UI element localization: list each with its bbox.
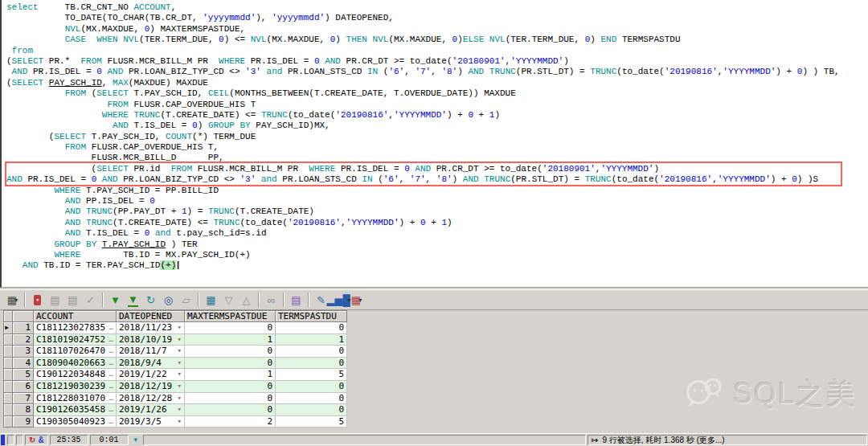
ellipsis-icon[interactable]: … bbox=[109, 381, 113, 392]
row-number: 1 bbox=[13, 322, 34, 334]
refresh-icon[interactable]: ↻ bbox=[142, 292, 159, 308]
cell[interactable]: 0 bbox=[185, 404, 276, 416]
dropdown-icon[interactable]: ▾ bbox=[178, 358, 182, 369]
cell[interactable]: 2019/3/5▾ bbox=[117, 416, 185, 428]
ellipsis-icon[interactable]: … bbox=[109, 346, 113, 357]
ellipsis-icon[interactable]: … bbox=[109, 393, 113, 404]
dropdown-icon[interactable]: ▾ bbox=[178, 404, 182, 415]
dropdown-icon[interactable]: ▾ bbox=[178, 381, 182, 392]
cell[interactable]: C180904020663… bbox=[34, 358, 117, 370]
code-line: TO_DATE(TO_CHAR(TB.CR_DT, 'yyyymmdd'), '… bbox=[6, 13, 840, 23]
column-header[interactable]: MAXTERMSPASTDUE bbox=[185, 311, 276, 322]
fetch-last-page-icon[interactable]: ▼ bbox=[125, 292, 141, 308]
auto-refresh-icon[interactable]: ↻ bbox=[29, 436, 35, 444]
row-number: 2 bbox=[13, 334, 34, 346]
cell[interactable]: 0 bbox=[185, 358, 276, 370]
cell[interactable]: 0 bbox=[185, 322, 276, 334]
folder-icon[interactable]: ▤ bbox=[47, 292, 63, 308]
ellipsis-icon[interactable]: … bbox=[109, 322, 113, 333]
eraser-icon[interactable]: ▱ bbox=[178, 292, 194, 308]
cell[interactable]: 0 bbox=[185, 393, 276, 405]
cell[interactable]: C181019024752… bbox=[34, 334, 117, 346]
lock-icon[interactable]: ▪ bbox=[29, 292, 46, 308]
column-header[interactable]: DATEOPENED bbox=[117, 311, 185, 322]
cell[interactable]: 0 bbox=[276, 358, 347, 370]
cell[interactable]: 0 bbox=[185, 381, 276, 393]
cell[interactable]: 0 bbox=[185, 346, 276, 358]
code-line: WHERE TRUNC(T.CREATE_DATE) <= TRUNC(to_d… bbox=[6, 110, 840, 121]
ellipsis-icon[interactable]: … bbox=[109, 369, 113, 380]
ellipsis-icon[interactable]: … bbox=[109, 416, 113, 428]
dropdown-icon[interactable]: ▾ bbox=[178, 346, 182, 357]
column-header[interactable]: ACCOUNT bbox=[34, 311, 117, 322]
cell[interactable]: C181219030239… bbox=[34, 381, 117, 393]
ellipsis-icon[interactable]: … bbox=[109, 358, 113, 369]
grid-options-icon[interactable]: ▦▾ bbox=[4, 292, 21, 308]
find-icon[interactable]: ◎ bbox=[160, 292, 177, 308]
cell[interactable]: 5 bbox=[276, 369, 347, 381]
cell[interactable]: 2019/1/22▾ bbox=[117, 369, 185, 381]
link-icon[interactable]: ∞ bbox=[263, 292, 280, 308]
cell[interactable]: 2019/1/26▾ bbox=[117, 404, 185, 416]
ellipsis-icon[interactable]: … bbox=[109, 334, 113, 346]
cell[interactable]: C190126035458… bbox=[34, 404, 117, 416]
cell[interactable]: C181123027835… bbox=[34, 322, 117, 334]
folder-remove-icon[interactable]: ▤ bbox=[64, 292, 81, 308]
row-marker bbox=[4, 369, 13, 381]
cell[interactable]: 0 bbox=[276, 322, 347, 334]
table-row[interactable]: 2C181019024752…2018/10/19▾11 bbox=[4, 334, 347, 346]
fetch-next-page-icon[interactable]: ▼ bbox=[107, 292, 124, 308]
cell[interactable]: 1 bbox=[185, 334, 276, 346]
sql-code[interactable]: select TB.CR_CNT_NO ACCOUNT, TO_DATE(TO_… bbox=[6, 2, 840, 272]
cell[interactable]: 2018/9/4▾ bbox=[117, 358, 185, 370]
table-row[interactable]: 5C190122034848…2019/1/22▾15 bbox=[4, 369, 347, 381]
table-row[interactable]: 6C181219030239…2018/12/19▾00 bbox=[4, 381, 347, 393]
column-header[interactable]: TERMSPASTDU bbox=[276, 311, 347, 322]
collapse-icon[interactable]: ▽ bbox=[220, 292, 237, 308]
dropdown-icon[interactable]: ▾ bbox=[178, 416, 182, 428]
cell[interactable]: 0 bbox=[276, 404, 347, 416]
cell[interactable]: C181228031070… bbox=[34, 393, 117, 405]
table-row[interactable]: 4C180904020663…2018/9/4▾00 bbox=[4, 358, 347, 370]
status-dropdown-icon[interactable]: ▼ bbox=[129, 434, 142, 446]
cell[interactable]: 2018/11/7▾ bbox=[117, 346, 185, 358]
table-row[interactable]: 3C181107026470…2018/11/7▾00 bbox=[4, 346, 347, 358]
table-row[interactable]: 8C190126035458…2019/1/26▾00 bbox=[4, 404, 347, 416]
cell[interactable]: 2018/12/28▾ bbox=[117, 393, 185, 405]
result-info[interactable]: ↦ 9 行被选择, 耗时 1.368 秒 (更多...) bbox=[588, 435, 867, 445]
dropdown-icon[interactable]: ▾ bbox=[178, 334, 182, 346]
dropdown-icon[interactable]: ▾ bbox=[178, 369, 182, 380]
table-row[interactable]: ▶1C181123027835…2018/11/23▾00 bbox=[4, 322, 347, 334]
code-line: GROUP BY T.PAY_SCH_ID ) TER bbox=[6, 239, 840, 250]
ellipsis-icon[interactable]: … bbox=[109, 404, 113, 415]
cell[interactable]: C190122034848… bbox=[34, 369, 117, 381]
cell[interactable]: 0 bbox=[276, 393, 347, 405]
result-grid[interactable]: ACCOUNTDATEOPENEDMAXTERMSPASTDUETERMSPAS… bbox=[3, 310, 347, 428]
code-line: from bbox=[6, 46, 840, 56]
expand-icon[interactable]: △ bbox=[238, 292, 255, 308]
dropdown-icon[interactable]: ▾ bbox=[178, 393, 182, 404]
table-icon[interactable]: ▦▾ bbox=[348, 292, 365, 308]
cell[interactable]: 2018/12/19▾ bbox=[117, 381, 185, 393]
export-grid-icon[interactable]: ▦ bbox=[203, 292, 219, 308]
chevron-down-icon: ▾ bbox=[14, 297, 18, 304]
cell[interactable]: 2 bbox=[185, 416, 276, 428]
commit-check-icon[interactable]: ✓ bbox=[82, 292, 99, 308]
cell[interactable]: 2018/11/23▾ bbox=[117, 322, 185, 334]
cell[interactable]: 1 bbox=[276, 334, 347, 346]
table-row[interactable]: 7C181228031070…2018/12/28▾00 bbox=[4, 393, 347, 405]
watermark-text: SQL之美 bbox=[733, 374, 857, 414]
chart-icon[interactable]: ▂▅█▾ bbox=[330, 292, 347, 308]
save-icon[interactable]: ▤ bbox=[288, 292, 305, 308]
cell[interactable]: 0 bbox=[276, 346, 347, 358]
table-row[interactable]: 9C190305040923…2019/3/5▾25 bbox=[4, 416, 347, 428]
sql-editor[interactable]: select TB.CR_CNT_NO ACCOUNT, TO_DATE(TO_… bbox=[0, 0, 868, 288]
cell[interactable]: 0 bbox=[276, 381, 347, 393]
cell[interactable]: C181107026470… bbox=[34, 346, 117, 358]
cell[interactable]: 1 bbox=[185, 369, 276, 381]
dropdown-icon[interactable]: ▾ bbox=[178, 322, 182, 333]
code-line: FROM FLUSR.CAP_OVERDUE_HIS T bbox=[6, 100, 840, 110]
cell[interactable]: C190305040923… bbox=[34, 416, 117, 428]
cell[interactable]: 2018/10/19▾ bbox=[117, 334, 185, 346]
cell[interactable]: 5 bbox=[276, 416, 347, 428]
